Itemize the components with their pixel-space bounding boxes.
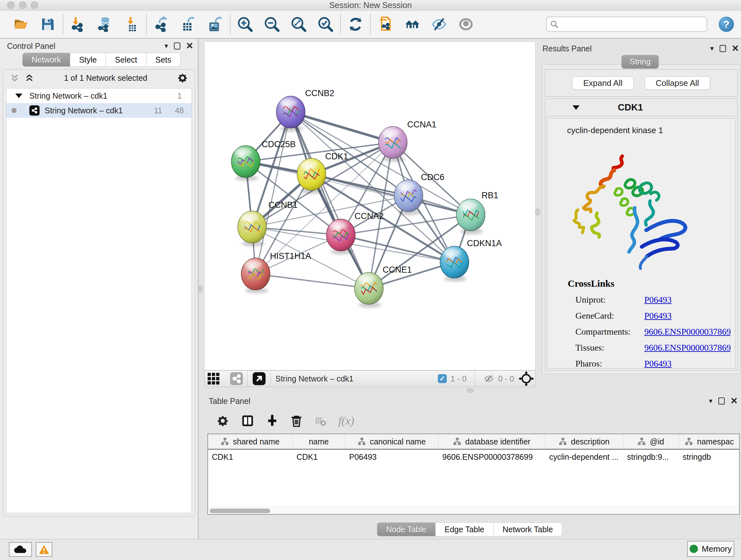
network-node-cdc6[interactable]: CDC6 <box>394 172 445 215</box>
network-row[interactable]: String Network – cdk1 11 48 <box>6 103 192 118</box>
panel-collapse-icon[interactable]: ▾ <box>710 45 714 52</box>
table-cell[interactable]: CDK1 <box>293 452 345 462</box>
tab-string[interactable]: String <box>621 55 659 69</box>
cloud-button[interactable] <box>9 542 32 557</box>
string-home-icon[interactable] <box>404 15 421 33</box>
panel-collapse-icon[interactable]: ▾ <box>164 43 168 50</box>
tab-network-table[interactable]: Network Table <box>494 522 562 537</box>
divider <box>271 371 271 387</box>
tab-network[interactable]: Network <box>22 53 70 67</box>
hide-eye-icon[interactable] <box>431 15 448 33</box>
panel-float-icon[interactable] <box>718 397 725 405</box>
panel-float-icon[interactable] <box>174 43 180 50</box>
collection-expander-icon[interactable] <box>15 94 22 98</box>
results-scrollbar[interactable] <box>731 118 735 368</box>
network-collection-row[interactable]: String Network – cdk1 1 <box>6 88 192 103</box>
zoom-out-icon[interactable] <box>264 15 280 33</box>
table-cell[interactable]: CDK1 <box>208 452 293 462</box>
expand-all-icon[interactable] <box>24 73 34 83</box>
export-image-icon[interactable] <box>207 15 223 33</box>
selected-checkbox-icon[interactable]: ✓ <box>438 374 447 383</box>
column-header--id[interactable]: @id <box>623 434 679 449</box>
network-graph[interactable]: CCNB2CCNA1CDC25BCDK1CDC6RB1CCNB1CCNA2CDK… <box>205 42 535 370</box>
column-header-database-identifier[interactable]: database identifier <box>439 434 545 449</box>
tab-style[interactable]: Style <box>70 53 106 67</box>
crosslink-link[interactable]: P06493 <box>644 359 672 368</box>
export-network-icon[interactable] <box>153 15 170 33</box>
network-edge[interactable] <box>256 274 369 288</box>
export-table-icon[interactable] <box>180 15 197 33</box>
panel-close-icon[interactable]: ✕ <box>186 42 193 51</box>
table-options-gear-icon[interactable] <box>216 415 229 427</box>
crosslink-link[interactable]: P06493 <box>644 295 672 305</box>
network-edge[interactable] <box>291 112 393 142</box>
network-node-rb1[interactable]: RB1 <box>456 191 498 234</box>
import-table-file-icon[interactable] <box>123 15 140 33</box>
crosslink-link[interactable]: 9606.ENSP00000378699 <box>644 343 735 353</box>
birds-eye-icon[interactable] <box>518 370 535 388</box>
network-node-ccne1[interactable]: CCNE1 <box>354 265 412 308</box>
panel-close-icon[interactable]: ✕ <box>731 396 738 406</box>
network-edge[interactable] <box>291 112 369 288</box>
tab-node-table[interactable]: Node Table <box>377 522 435 537</box>
table-row[interactable]: CDK1CDK1P064939606.ENSP00000378699cyclin… <box>208 449 739 464</box>
table-hscrollbar[interactable] <box>208 507 739 514</box>
table-cell[interactable]: cyclin-dependent ... <box>545 452 623 462</box>
import-network-file-icon[interactable] <box>70 15 86 33</box>
eye-icon[interactable] <box>458 15 474 33</box>
delete-column-icon[interactable] <box>290 415 302 427</box>
panel-float-icon[interactable] <box>720 45 726 52</box>
tab-edge-table[interactable]: Edge Table <box>435 522 494 537</box>
column-header-name[interactable]: name <box>293 434 345 449</box>
vertical-splitter-handle[interactable] <box>198 286 203 293</box>
network-options-gear-icon[interactable] <box>177 72 188 83</box>
network-node-ccnb1[interactable]: CCNB1 <box>238 200 298 246</box>
search-input[interactable] <box>546 17 707 32</box>
panel-collapse-icon[interactable]: ▾ <box>709 397 712 405</box>
collapse-all-button[interactable]: Collapse All <box>645 76 711 90</box>
refresh-icon[interactable] <box>347 15 364 33</box>
share-document-icon[interactable] <box>377 15 394 33</box>
grid-view-icon[interactable] <box>207 370 220 388</box>
column-header-shared-name[interactable]: shared name <box>208 434 293 449</box>
network-node-cdkn1a[interactable]: CDKN1A <box>440 239 502 282</box>
network-node-hist1h1a[interactable]: HIST1H1A <box>241 251 311 294</box>
zoom-in-icon[interactable] <box>237 15 253 33</box>
crosslink-link[interactable]: P06493 <box>644 311 672 321</box>
zoom-selected-icon[interactable] <box>317 15 334 33</box>
collection-name: String Network – cdk1 <box>29 91 108 101</box>
gene-expander-icon[interactable] <box>572 105 580 110</box>
panel-close-icon[interactable]: ✕ <box>732 44 739 53</box>
tab-select[interactable]: Select <box>106 53 146 67</box>
column-header-namespac[interactable]: namespac <box>679 434 740 449</box>
table-cell[interactable]: 9606.ENSP00000378699 <box>439 452 545 462</box>
string-view-icon[interactable] <box>230 370 243 388</box>
column-header-description[interactable]: description <box>545 434 623 449</box>
warnings-button[interactable] <box>36 542 52 557</box>
table-cell[interactable]: stringdb:9... <box>623 452 679 462</box>
horizontal-splitter-handle[interactable] <box>467 388 474 393</box>
crosslink-link[interactable]: 9606.ENSP00000378699 <box>644 327 735 337</box>
network-node-cdk1[interactable]: CDK1 <box>297 152 348 194</box>
memory-button[interactable]: Memory <box>687 541 734 557</box>
show-columns-icon[interactable] <box>241 415 254 427</box>
help-icon[interactable]: ? <box>719 17 734 32</box>
table-cell[interactable]: stringdb <box>679 452 740 462</box>
collapse-all-icon[interactable] <box>10 73 19 83</box>
column-header-canonical-name[interactable]: canonical name <box>345 434 439 449</box>
tab-sets[interactable]: Sets <box>146 53 181 67</box>
expand-all-button[interactable]: Expand All <box>572 76 634 90</box>
scrollbar-thumb[interactable] <box>210 509 270 513</box>
open-session-icon[interactable] <box>13 15 29 33</box>
sitemap-icon <box>637 437 646 446</box>
save-session-icon[interactable] <box>40 15 56 33</box>
gene-header[interactable]: CDK1 <box>545 99 737 116</box>
table-panel-title: Table Panel <box>209 396 251 406</box>
detach-view-icon[interactable] <box>252 370 266 388</box>
network-view[interactable]: CCNB2CCNA1CDC25BCDK1CDC6RB1CCNB1CCNA2CDK… <box>204 42 536 370</box>
add-column-icon[interactable] <box>266 415 278 427</box>
table-cell[interactable]: P06493 <box>345 452 439 462</box>
zoom-fit-icon[interactable] <box>290 15 307 33</box>
import-network-database-icon[interactable] <box>96 15 113 33</box>
network-edge[interactable] <box>312 174 471 215</box>
